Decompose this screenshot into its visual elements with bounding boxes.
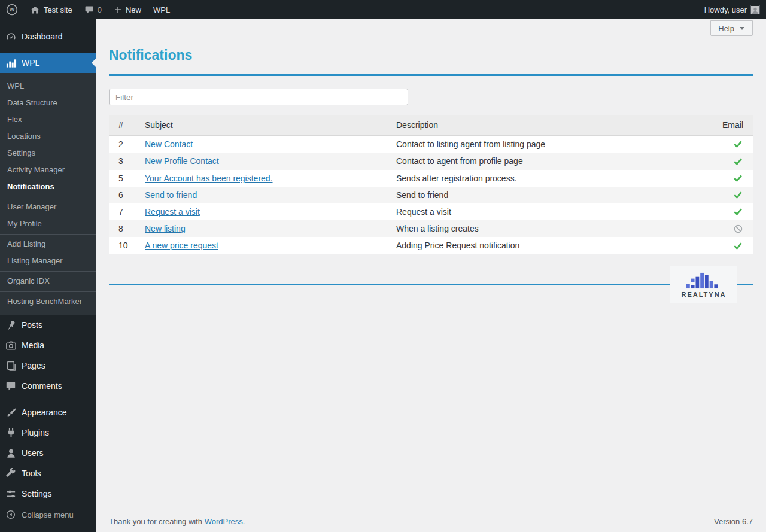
submenu-item-hosting-benchmarker[interactable]: Hosting BenchMarker: [0, 291, 96, 310]
check-icon[interactable]: [732, 190, 743, 200]
table-row: 10A new price requestAdding Price Reques…: [109, 237, 753, 254]
help-label: Help: [718, 24, 734, 33]
collapse-menu-label: Collapse menu: [22, 510, 74, 519]
check-icon[interactable]: [732, 156, 743, 167]
check-icon[interactable]: [732, 241, 743, 251]
page-title: Notifications: [109, 47, 753, 64]
sidebar-item-wpl[interactable]: WPL: [0, 53, 96, 73]
row-description: Sends after registration process.: [390, 170, 716, 187]
help-button[interactable]: Help: [710, 20, 753, 36]
wpl-submenu: WPLData StructureFlexLocationsSettingsAc…: [0, 73, 96, 315]
menu-separator: [0, 396, 96, 402]
row-id: 5: [109, 170, 139, 187]
row-id: 6: [109, 187, 139, 203]
dashboard-icon: [5, 31, 17, 42]
submenu-item-organic-idx[interactable]: Organic IDX: [0, 271, 96, 290]
subject-link[interactable]: Request a visit: [145, 207, 200, 217]
sidebar: Dashboard WPL WPLData StructureFlexLocat…: [0, 19, 96, 532]
brand-logo: REALTYNA: [670, 266, 737, 303]
wpl-adminbar-label: WPL: [153, 5, 170, 14]
brand-name: REALTYNA: [681, 291, 726, 298]
svg-text:W: W: [10, 7, 15, 13]
footer-thanks: Thank you for creating with WordPress.: [109, 517, 245, 526]
comments-link[interactable]: 0: [78, 0, 108, 19]
submenu-item-data-structure[interactable]: Data Structure: [0, 95, 96, 111]
caret-down-icon: [739, 25, 745, 31]
brand-strip: REALTYNA: [109, 266, 753, 303]
submenu-item-activity-manager[interactable]: Activity Manager: [0, 162, 96, 178]
wpl-adminbar-link[interactable]: WPL: [147, 0, 176, 19]
sidebar-item-label: Comments: [22, 381, 62, 391]
sidebar-item-label: Plugins: [22, 428, 49, 437]
check-icon[interactable]: [732, 173, 743, 184]
submenu-item-my-profile[interactable]: My Profile: [0, 215, 96, 232]
collapse-menu-button[interactable]: Collapse menu: [0, 504, 96, 525]
submenu-item-settings[interactable]: Settings: [0, 145, 96, 162]
sidebar-item-settings[interactable]: Settings: [0, 484, 96, 504]
sidebar-item-label: Users: [22, 448, 44, 458]
wordpress-logo-icon: W: [6, 4, 18, 16]
submenu-item-listing-manager[interactable]: Listing Manager: [0, 253, 96, 269]
title-divider: [109, 74, 753, 76]
comments-icon: [5, 380, 17, 392]
sidebar-item-posts[interactable]: Posts: [0, 315, 96, 335]
submenu-item-locations[interactable]: Locations: [0, 128, 96, 145]
submenu-item-wpl[interactable]: WPL: [0, 78, 96, 95]
row-description: Send to friend: [390, 187, 716, 203]
row-description: Adding Price Request notification: [390, 237, 716, 254]
howdy-label: Howdy, user: [704, 5, 747, 14]
row-id: 2: [109, 136, 139, 153]
subject-link[interactable]: Send to friend: [145, 190, 197, 200]
sidebar-item-dashboard[interactable]: Dashboard: [0, 26, 96, 47]
sidebar-item-label: Appearance: [22, 408, 67, 417]
subject-link[interactable]: New Contact: [145, 139, 193, 149]
sidebar-item-appearance[interactable]: Appearance: [0, 402, 96, 422]
tools-icon: [5, 467, 17, 479]
avatar: [750, 5, 760, 14]
camera-icon: [5, 339, 17, 351]
new-content-link[interactable]: New: [108, 0, 147, 19]
subject-link[interactable]: A new price request: [145, 241, 218, 250]
ban-icon[interactable]: [733, 224, 743, 234]
wp-logo-button[interactable]: W: [0, 0, 24, 19]
submenu-item-flex[interactable]: Flex: [0, 111, 96, 128]
sidebar-item-comments[interactable]: Comments: [0, 376, 96, 396]
sidebar-item-plugins[interactable]: Plugins: [0, 422, 96, 443]
row-id: 3: [109, 153, 139, 169]
row-description: Contact to listing agent from listing pa…: [390, 136, 716, 153]
filter-input[interactable]: [109, 89, 408, 105]
subject-link[interactable]: Your Account has been registered.: [145, 174, 273, 183]
sidebar-item-label: Settings: [22, 489, 52, 498]
comments-count: 0: [98, 5, 102, 14]
collapse-icon: [5, 509, 17, 521]
table-row: 7Request a visitRequest a visit: [109, 203, 753, 220]
table-row: 3New Profile ContactContact to agent fro…: [109, 153, 753, 169]
my-account-link[interactable]: Howdy, user: [698, 0, 766, 19]
sidebar-item-users[interactable]: Users: [0, 443, 96, 463]
subject-link[interactable]: New Profile Contact: [145, 156, 219, 166]
pages-icon: [5, 360, 17, 372]
chart-bars-icon: [5, 57, 17, 69]
subject-link[interactable]: New listing: [145, 224, 186, 233]
sidebar-item-label: Pages: [22, 361, 45, 370]
sidebar-item-tools[interactable]: Tools: [0, 463, 96, 484]
sidebar-item-media[interactable]: Media: [0, 335, 96, 355]
table-row: 6Send to friendSend to friend: [109, 187, 753, 203]
table-header: # Subject Description Email: [109, 115, 753, 136]
wordpress-link[interactable]: WordPress: [205, 517, 243, 526]
submenu-item-add-listing[interactable]: Add Listing: [0, 234, 96, 253]
admin-bar: W Test site 0 New WPL Howdy, user: [0, 0, 766, 19]
submenu-item-notifications[interactable]: Notifications: [0, 178, 96, 195]
admin-bar-left: W Test site 0 New WPL: [0, 0, 176, 19]
new-label: New: [126, 5, 141, 14]
header-description: Description: [390, 115, 716, 136]
check-icon[interactable]: [732, 206, 743, 217]
row-description: Contact to agent from profile page: [390, 153, 716, 169]
sidebar-item-pages[interactable]: Pages: [0, 355, 96, 376]
submenu-item-user-manager[interactable]: User Manager: [0, 197, 96, 215]
header-id: #: [109, 115, 139, 136]
pin-icon: [5, 319, 17, 331]
check-icon[interactable]: [732, 139, 743, 150]
site-name-link[interactable]: Test site: [24, 0, 78, 19]
sidebar-item-label: Dashboard: [22, 32, 63, 41]
